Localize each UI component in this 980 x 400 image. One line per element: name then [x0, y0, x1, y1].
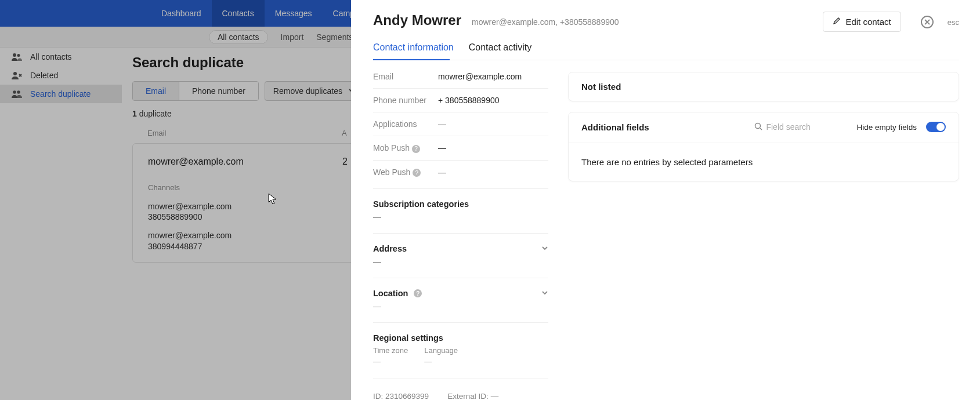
- tab-contact-information[interactable]: Contact information: [373, 42, 454, 60]
- field-label-phone: Phone number: [373, 96, 438, 105]
- section-title: Location: [373, 289, 408, 298]
- language-value: —: [424, 357, 458, 366]
- subnav-segments[interactable]: Segments: [316, 32, 353, 42]
- no-entries-message: There are no entries by selected paramet…: [569, 143, 959, 172]
- field-label-applications: Applications: [373, 119, 438, 129]
- dup-email: mowrer@example.com: [148, 152, 342, 179]
- field-value-email: mowrer@example.com: [438, 72, 548, 81]
- nav-dashboard[interactable]: Dashboard: [151, 0, 212, 27]
- field-label-mob-push: Mob Push?: [373, 143, 438, 153]
- field-value-phone: + 380558889900: [438, 96, 548, 105]
- help-icon[interactable]: ?: [412, 145, 420, 153]
- section-title: Address: [373, 244, 407, 253]
- hide-empty-toggle[interactable]: [926, 122, 946, 132]
- section-title: Regional settings: [373, 333, 548, 343]
- field-value-mob-push: —: [438, 143, 548, 153]
- svg-point-2: [13, 72, 17, 75]
- additional-fields-title: Additional fields: [581, 122, 649, 132]
- panel-tabs: Contact information Contact activity: [373, 42, 959, 60]
- contact-subtitle: mowrer@example.com, +380558889900: [472, 17, 619, 27]
- edit-contact-label: Edit contact: [845, 17, 891, 27]
- hide-empty-label: Hide empty fields: [856, 123, 917, 132]
- people-duplicate-icon: [12, 90, 22, 98]
- col-2: A: [342, 129, 347, 137]
- sidebar-item-label: Search duplicate: [30, 89, 91, 99]
- close-icon: [924, 19, 930, 25]
- subnav-import[interactable]: Import: [281, 32, 304, 42]
- sidebar-item-all-contacts[interactable]: All contacts: [0, 48, 122, 66]
- chevron-down-icon: [541, 289, 548, 298]
- tab-contact-activity[interactable]: Contact activity: [469, 42, 531, 60]
- field-search-input[interactable]: [766, 122, 847, 132]
- edit-contact-button[interactable]: Edit contact: [823, 12, 901, 32]
- nav-contacts[interactable]: Contacts: [212, 0, 265, 27]
- chevron-down-icon: [541, 244, 548, 253]
- dup-count: 2: [342, 152, 348, 179]
- section-value: —: [373, 212, 548, 221]
- field-label-email: Email: [373, 72, 438, 81]
- remove-duplicates-dropdown[interactable]: Remove duplicates: [265, 81, 364, 101]
- filter-phone-number[interactable]: Phone number: [179, 82, 258, 100]
- svg-point-3: [13, 90, 16, 94]
- svg-point-4: [17, 90, 20, 94]
- timezone-value: —: [373, 357, 408, 366]
- filter-email[interactable]: Email: [133, 82, 179, 100]
- not-listed-title: Not listed: [581, 82, 946, 92]
- field-value-applications: —: [438, 119, 548, 129]
- col-email: Email: [147, 129, 342, 137]
- svg-point-0: [13, 53, 16, 57]
- pencil-icon: [833, 17, 841, 27]
- search-icon: [754, 122, 762, 132]
- contact-id: 2310669399: [385, 392, 429, 400]
- additional-fields-card: Additional fields Hide empty fields Ther…: [568, 112, 959, 181]
- subnav-all-contacts[interactable]: All contacts: [209, 30, 268, 44]
- contact-name: Andy Mowrer: [373, 12, 461, 28]
- regional-settings-section: Regional settings Time zone — Language —: [373, 322, 548, 366]
- svg-point-5: [755, 123, 761, 128]
- dropdown-label: Remove duplicates: [273, 86, 342, 96]
- contact-meta: ID: 2310669399 Source: Manual External I…: [373, 379, 548, 400]
- sidebar-item-label: Deleted: [30, 71, 58, 80]
- section-value: —: [373, 257, 548, 266]
- address-section[interactable]: Address —: [373, 233, 548, 266]
- field-search[interactable]: [754, 122, 847, 132]
- sidebar-item-label: All contacts: [30, 52, 72, 61]
- close-panel-button[interactable]: [921, 16, 934, 28]
- nav-messages[interactable]: Messages: [265, 0, 323, 27]
- timezone-label: Time zone: [373, 346, 408, 355]
- people-icon: [12, 53, 22, 61]
- help-icon[interactable]: ?: [413, 169, 421, 177]
- subscription-categories-section: Subscription categories —: [373, 188, 548, 221]
- help-icon[interactable]: ?: [414, 289, 422, 297]
- filter-type-group: Email Phone number: [132, 81, 259, 101]
- person-x-icon: [12, 71, 22, 79]
- contact-external-id: —: [491, 392, 499, 400]
- field-value-web-push: —: [438, 168, 548, 177]
- sidebar-item-search-duplicate[interactable]: Search duplicate: [0, 85, 122, 103]
- not-listed-card: Not listed: [568, 72, 959, 101]
- sidebar: All contacts Deleted Search duplicate: [0, 48, 122, 103]
- section-value: —: [373, 301, 548, 311]
- field-label-web-push: Web Push?: [373, 168, 438, 177]
- contact-panel: Andy Mowrer mowrer@example.com, +3805588…: [351, 0, 980, 400]
- section-title: Subscription categories: [373, 199, 548, 209]
- location-section[interactable]: Location ? —: [373, 278, 548, 311]
- panel-left-column: Email mowrer@example.com Phone number + …: [373, 72, 548, 400]
- sidebar-item-deleted[interactable]: Deleted: [0, 66, 122, 85]
- svg-point-1: [17, 54, 20, 57]
- esc-label: esc: [948, 18, 959, 27]
- panel-right-column: Not listed Additional fields Hide empty …: [568, 72, 959, 400]
- language-label: Language: [424, 346, 458, 355]
